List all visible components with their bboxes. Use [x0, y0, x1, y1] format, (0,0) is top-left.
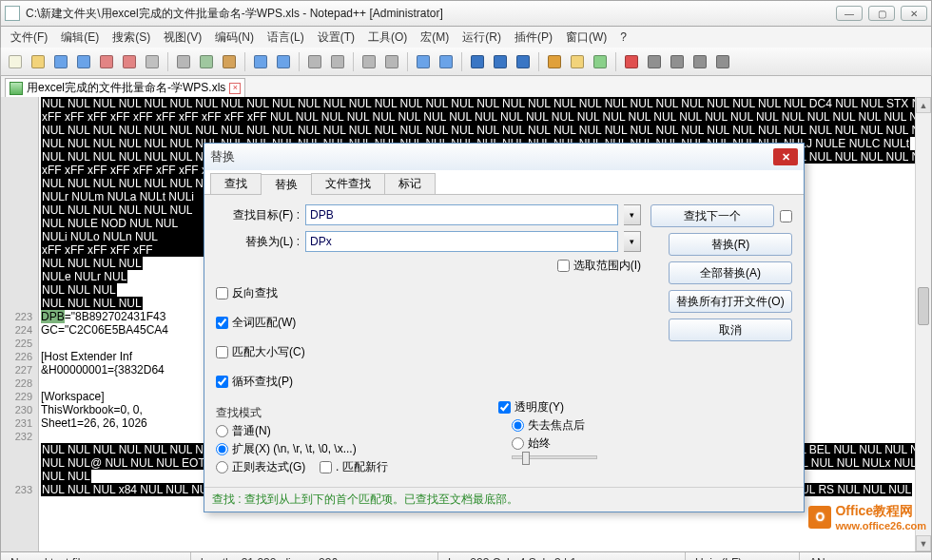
wordwrap-icon[interactable] — [467, 51, 488, 72]
line-number: 227 — [1, 363, 32, 377]
find-input[interactable] — [305, 204, 618, 225]
vertical-scrollbar[interactable]: ▲ ▼ — [915, 97, 931, 551]
minimize-button[interactable]: — — [836, 6, 863, 21]
wrap-check[interactable]: 循环查找(P) — [216, 374, 641, 390]
menu-item-1[interactable]: 编辑(E) — [55, 28, 105, 48]
app-icon — [5, 6, 20, 21]
close-window-button[interactable]: ✕ — [901, 6, 927, 21]
file-tab-close-icon[interactable]: × — [229, 83, 241, 94]
toolbar-separator — [353, 52, 354, 71]
menu-item-9[interactable]: 运行(R) — [456, 28, 507, 48]
lang-icon[interactable] — [544, 51, 565, 72]
copy-icon[interactable] — [196, 51, 217, 72]
toolbar-separator — [615, 52, 616, 71]
scroll-up-icon[interactable]: ▲ — [916, 97, 931, 113]
indentguide-icon[interactable] — [513, 51, 534, 72]
line-number — [1, 177, 32, 190]
close-icon[interactable] — [96, 51, 117, 72]
dialog-tab-3[interactable]: 标记 — [384, 173, 436, 194]
print-icon[interactable] — [142, 51, 163, 72]
trans-always-radio[interactable]: 始终 — [512, 435, 641, 452]
editor-line[interactable]: NUL NUL NUL NUL NUL NUL NUL NUL NUL NUL … — [39, 124, 915, 137]
line-number — [1, 297, 32, 310]
sync-h-icon[interactable] — [436, 51, 456, 72]
file-tab[interactable]: 用excel完成的文件批量命名-学WPS.xls × — [5, 78, 245, 97]
menu-item-7[interactable]: 工具(O) — [362, 28, 413, 48]
menu-item-0[interactable]: 文件(F) — [5, 28, 53, 48]
zoomin-icon[interactable] — [359, 51, 379, 72]
editor-line[interactable]: xFF xFF xFF xFF xFF xFF xFF xFF xFF xFF … — [39, 110, 915, 124]
open-icon[interactable] — [28, 51, 49, 72]
transparency-check[interactable]: 透明度(Y) — [498, 399, 641, 415]
dialog-close-button[interactable]: ✕ — [773, 148, 798, 165]
menu-item-11[interactable]: 窗口(W) — [560, 28, 612, 48]
cancel-button[interactable]: 取消 — [669, 319, 792, 341]
replace-input[interactable] — [305, 231, 618, 252]
menu-item-4[interactable]: 编码(N) — [209, 28, 260, 48]
mode-normal-radio[interactable]: 普通(N) — [216, 423, 479, 439]
scroll-thumb[interactable] — [918, 287, 929, 325]
maximize-button[interactable]: ▢ — [868, 6, 895, 21]
dialog-body: 查找目标(F) : ▾ 替换为(L) : ▾ 选取范围内(I) 反向查找 全词匹… — [204, 195, 804, 487]
allchars-icon[interactable] — [490, 51, 511, 72]
macro-fast-icon[interactable] — [689, 51, 710, 72]
dialog-tab-0[interactable]: 查找 — [210, 173, 262, 194]
toolbar — [0, 48, 932, 76]
macro-play-icon[interactable] — [667, 51, 688, 72]
in-selection-check[interactable]: 选取范围内(I) — [557, 258, 641, 274]
toolbar-separator — [167, 52, 168, 71]
paste-icon[interactable] — [219, 51, 240, 72]
dotall-check[interactable]: . 匹配新行 — [320, 459, 388, 475]
toolbar-separator — [244, 52, 245, 71]
macro-rec-icon[interactable] — [621, 51, 642, 72]
replace-button[interactable]: 替换(R) — [669, 233, 792, 256]
menu-item-8[interactable]: 宏(M) — [415, 28, 455, 48]
saveall-icon[interactable] — [73, 51, 94, 72]
mode-regex-radio[interactable]: 正则表达式(G) . 匹配新行 — [216, 459, 479, 475]
zoomout-icon[interactable] — [381, 51, 402, 72]
status-filetype: Normal text file — [1, 552, 191, 560]
whole-word-check[interactable]: 全词匹配(W) — [216, 315, 641, 331]
dialog-tab-2[interactable]: 文件查找 — [311, 173, 385, 194]
menu-item-12[interactable]: ? — [614, 29, 632, 46]
menu-item-2[interactable]: 搜索(S) — [107, 28, 156, 48]
menu-item-10[interactable]: 插件(P) — [509, 28, 558, 48]
save-icon[interactable] — [50, 51, 71, 72]
replace-in-open-button[interactable]: 替换所有打开文件(O) — [669, 290, 792, 313]
backward-check[interactable]: 反向查找 — [216, 285, 641, 301]
sync-v-icon[interactable] — [413, 51, 434, 72]
new-icon[interactable] — [5, 51, 26, 72]
redo-icon[interactable] — [273, 51, 294, 72]
replace-dropdown-icon[interactable]: ▾ — [624, 231, 641, 252]
trans-focus-radio[interactable]: 失去焦点后 — [512, 417, 641, 434]
folder-icon[interactable] — [567, 51, 588, 72]
editor-line[interactable]: NUL NUL NUL NUL NUL NUL NUL NUL NUL NUL … — [39, 97, 915, 110]
line-number — [1, 257, 32, 270]
toolbar-separator — [407, 52, 408, 71]
replace-all-button[interactable]: 全部替换(A) — [669, 261, 792, 284]
find-dropdown-icon[interactable]: ▾ — [624, 204, 641, 225]
menu-item-5[interactable]: 语言(L) — [262, 28, 310, 48]
mode-extended-radio[interactable]: 扩展(X) (\n, \r, \t, \0, \x...) — [216, 441, 479, 457]
line-number — [1, 443, 32, 456]
dialog-tab-1[interactable]: 替换 — [261, 174, 312, 195]
menu-item-3[interactable]: 视图(V) — [158, 28, 207, 48]
find-icon[interactable] — [304, 51, 325, 72]
menu-item-6[interactable]: 设置(T) — [312, 28, 360, 48]
cut-icon[interactable] — [173, 51, 194, 72]
find-next-extra-check[interactable] — [780, 210, 792, 222]
find-next-button[interactable]: 查找下一个 — [650, 204, 774, 227]
macro-stop-icon[interactable] — [644, 51, 665, 72]
macro-save-icon[interactable] — [712, 51, 733, 72]
transparency-slider[interactable] — [512, 455, 597, 459]
find-label: 查找目标(F) : — [216, 207, 300, 223]
closeall-icon[interactable] — [119, 51, 140, 72]
replace-icon[interactable] — [327, 51, 348, 72]
line-number: 229 — [1, 390, 32, 403]
file-tab-icon — [10, 82, 23, 95]
dialog-title-bar[interactable]: 替换 ✕ — [204, 144, 804, 170]
monitor-icon[interactable] — [590, 51, 611, 72]
match-case-check[interactable]: 匹配大小写(C) — [216, 344, 641, 360]
undo-icon[interactable] — [250, 51, 271, 72]
scroll-down-icon[interactable]: ▼ — [916, 535, 931, 551]
